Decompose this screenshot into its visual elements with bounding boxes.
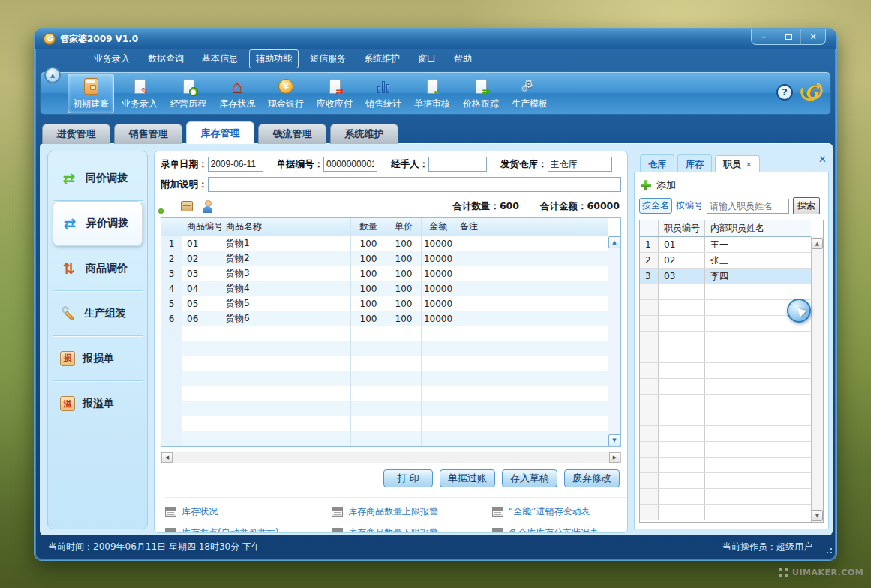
close-button[interactable]: ✕	[801, 29, 825, 44]
tab-inventory-management[interactable]: 库存管理	[186, 122, 254, 144]
tab-close-icon[interactable]: ✕	[746, 160, 752, 169]
table-row[interactable]: 101货物110010010000	[161, 236, 620, 251]
post-document-button[interactable]: 单据过账	[440, 470, 495, 488]
vertical-scrollbar[interactable]: ▲ ▼	[608, 236, 620, 446]
table-row[interactable]: 303货物310010010000	[161, 266, 620, 281]
tab-sales-management[interactable]: 销售管理	[114, 124, 182, 144]
filter-by-code-toggle[interactable]: 按编号	[676, 200, 703, 212]
empty-row	[640, 394, 823, 410]
minimize-button[interactable]: –	[752, 29, 776, 44]
menu-item-basic-info[interactable]: 基本信息	[195, 50, 245, 68]
warehouse-input[interactable]	[548, 157, 612, 172]
collapse-toolbar-button[interactable]: ▲	[44, 67, 61, 83]
tab-warehouse[interactable]: 仓库	[640, 154, 674, 173]
toolbar-item-initial-setup[interactable]: 初期建账	[68, 74, 114, 113]
goods-box-icon[interactable]	[181, 201, 193, 212]
discard-changes-button[interactable]: 废弃修改	[564, 470, 620, 488]
staff-scrollbar[interactable]: ▲ ▼	[811, 237, 823, 522]
scroll-left-icon[interactable]: ◀	[161, 452, 173, 463]
sidebar-item-diff-price-transfer[interactable]: ⇄ 异价调拨	[53, 201, 143, 246]
toolbar-item-production-template[interactable]: ⚙⚙ 生产模板	[506, 74, 553, 113]
staff-row-selected[interactable]: 303李四	[640, 268, 823, 284]
report-icon	[165, 528, 176, 533]
toolbar: 初期建账 ✎ 业务录入 ● 经营历程 ⌂ 库存状况 ¥ 现金银行 ⇄ 应收应付	[40, 71, 831, 115]
menu-item-auxiliary[interactable]: 辅助功能	[249, 50, 299, 68]
toolbar-item-document-review[interactable]: ✔ 单据审核	[409, 74, 455, 113]
toolbar-item-receivable-payable[interactable]: ⇄ 应收应付	[311, 74, 358, 113]
toolbar-item-sales-statistics[interactable]: 销售统计	[360, 74, 407, 113]
link-lower-limit-alert[interactable]: 库存商品数量下限报警	[332, 526, 492, 533]
handler-input[interactable]	[428, 157, 487, 172]
tab-purchase-management[interactable]: 进货管理	[42, 124, 110, 144]
staff-search-input[interactable]	[707, 199, 789, 214]
sidebar-item-loss-report[interactable]: 损 报损单	[53, 336, 143, 381]
scroll-up-icon[interactable]: ▲	[608, 236, 620, 248]
col-header-note: 备注	[455, 218, 608, 236]
date-input[interactable]	[208, 157, 263, 172]
toolbar-item-cash-bank[interactable]: ¥ 现金银行	[263, 74, 309, 113]
link-upper-limit-alert[interactable]: 库存商品数量上限报警	[332, 506, 492, 518]
link-warehouse-distribution[interactable]: 各仓库库存分布状况表	[492, 526, 627, 533]
menu-item-system-maintenance[interactable]: 系统维护	[357, 50, 407, 68]
form-row-1: 录单日期： 单据编号： 经手人： 发货仓库：	[161, 157, 621, 172]
col-header-staff-name: 内部职员姓名	[705, 220, 811, 237]
toolbar-label: 业务录入	[122, 98, 158, 110]
menu-item-business-entry[interactable]: 业务录入	[87, 50, 137, 68]
toolbar-item-price-tracking[interactable]: ⇄ 价格跟踪	[458, 74, 504, 113]
filter-by-name-toggle[interactable]: 按全名	[639, 198, 672, 214]
staff-row[interactable]: 202张三	[640, 253, 823, 268]
col-header-staff-code: 职员编号	[659, 220, 705, 237]
scroll-down-icon[interactable]: ▼	[608, 434, 620, 446]
gears-icon: ⚙⚙	[521, 77, 539, 95]
empty-row	[640, 426, 823, 442]
toolbar-item-business-history[interactable]: ● 经营历程	[165, 74, 212, 113]
staff-row[interactable]: 101王一	[640, 237, 823, 253]
help-icon[interactable]: ?	[776, 84, 793, 100]
staff-person-icon[interactable]	[201, 200, 213, 213]
link-stocktaking[interactable]: 库存盘点(自动盘盈盘亏)	[165, 526, 332, 533]
menu-item-help[interactable]: 帮助	[447, 50, 479, 68]
horizontal-scrollbar[interactable]: ◀ ▶	[161, 452, 621, 464]
items-table-header: 商品编号 商品名称 数量 单价 金额 备注	[161, 218, 620, 236]
sidebar-item-same-price-transfer[interactable]: ⇄ 同价调拨	[53, 156, 143, 201]
table-row[interactable]: 606货物610010010000	[161, 311, 620, 326]
toolbar-item-inventory-status[interactable]: ⌂ 库存状况	[214, 74, 260, 113]
doc-no-input[interactable]	[323, 157, 377, 172]
link-all-in-one-change-table[interactable]: “全能”进销存变动表	[492, 506, 627, 518]
uimaker-logo-icon	[779, 568, 788, 578]
table-row[interactable]: 404货物410010010000	[161, 281, 620, 296]
date-label: 录单日期：	[161, 158, 208, 171]
menu-bar: 业务录入 数据查询 基本信息 辅助功能 短信服务 系统维护 窗口 帮助	[35, 49, 836, 69]
table-row[interactable]: 505货物510010010000	[161, 296, 620, 311]
check-icon: ✔	[434, 86, 442, 96]
warehouse-building-icon[interactable]	[162, 200, 173, 213]
menu-item-data-query[interactable]: 数据查询	[141, 50, 191, 68]
maximize-button[interactable]	[776, 29, 801, 44]
panel-close-icon[interactable]: ✕	[818, 154, 827, 165]
menu-item-window[interactable]: 窗口	[411, 50, 443, 68]
sidebar-item-production-assembly[interactable]: 生产组装	[53, 291, 143, 336]
toolbar-item-business-entry[interactable]: ✎ 业务录入	[116, 74, 163, 113]
save-draft-button[interactable]: 存入草稿	[502, 470, 557, 488]
window-title: 管家婆2009 V1.0	[60, 33, 138, 46]
sidebar-item-label: 报损单	[83, 352, 114, 365]
tab-cashflow-management[interactable]: 钱流管理	[258, 124, 326, 144]
tab-inventory[interactable]: 库存	[677, 154, 712, 173]
add-row[interactable]: 添加	[641, 178, 824, 192]
sidebar-item-overflow-report[interactable]: 溢 报溢单	[53, 381, 143, 426]
resize-grip[interactable]	[824, 548, 833, 556]
scroll-down-icon[interactable]: ▼	[812, 510, 823, 521]
table-row[interactable]: 202货物210010010000	[161, 251, 620, 266]
scroll-up-icon[interactable]: ▲	[812, 238, 823, 249]
tab-system-maintenance[interactable]: 系统维护	[330, 124, 398, 144]
print-button[interactable]: 打 印	[383, 470, 433, 488]
empty-row	[161, 416, 620, 431]
title-bar: G 管家婆2009 V1.0 – ✕	[35, 29, 836, 49]
link-inventory-status[interactable]: 库存状况	[165, 506, 332, 518]
note-input[interactable]	[208, 177, 622, 192]
menu-item-sms[interactable]: 短信服务	[303, 50, 353, 68]
handler-label: 经手人：	[391, 158, 428, 171]
scroll-right-icon[interactable]: ▶	[609, 452, 620, 463]
search-button[interactable]: 搜索	[793, 197, 820, 214]
sidebar-item-goods-reprice[interactable]: ⇅ 商品调价	[53, 246, 143, 291]
